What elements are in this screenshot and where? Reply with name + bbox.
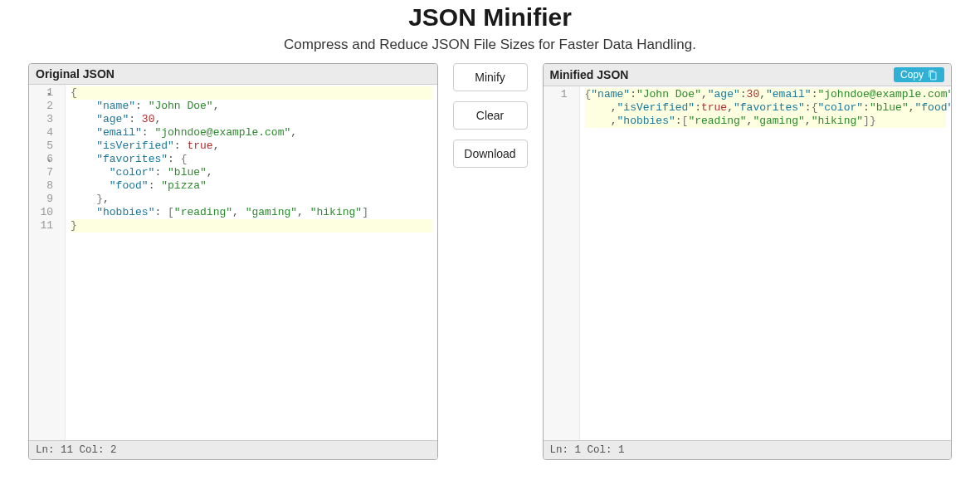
page-header: JSON Minifier Compress and Reduce JSON F… [0, 0, 980, 63]
copy-button[interactable]: Copy [894, 67, 944, 82]
minify-button[interactable]: Minify [453, 63, 528, 91]
minified-json-title: Minified JSON [550, 68, 629, 81]
copy-button-label: Copy [900, 69, 924, 81]
minified-json-gutter: 1 [544, 86, 580, 440]
original-json-title: Original JSON [36, 67, 115, 81]
original-json-panel: Original JSON 1▾23456▾7891011 { "name": … [28, 63, 438, 460]
page-subtitle: Compress and Reduce JSON File Sizes for … [0, 37, 980, 53]
download-button[interactable]: Download [453, 140, 528, 168]
minified-json-editor[interactable]: 1 {"name":"John Doe","age":30,"email":"j… [544, 86, 952, 440]
original-json-editor[interactable]: 1▾23456▾7891011 { "name": "John Doe", "a… [29, 85, 437, 440]
original-json-header: Original JSON [29, 64, 437, 85]
minified-json-status: Ln: 1 Col: 1 [544, 440, 952, 459]
minified-json-header: Minified JSON Copy [544, 64, 952, 86]
minified-json-panel: Minified JSON Copy 1 {"name":"John Doe",… [543, 63, 953, 460]
main-layout: Original JSON 1▾23456▾7891011 { "name": … [0, 63, 980, 460]
action-buttons: Minify Clear Download [453, 63, 528, 168]
clear-button[interactable]: Clear [453, 101, 528, 130]
original-json-gutter: 1▾23456▾7891011 [29, 85, 66, 440]
minified-json-code[interactable]: {"name":"John Doe","age":30,"email":"joh… [580, 86, 952, 440]
page-title: JSON Minifier [0, 3, 980, 32]
original-json-code[interactable]: { "name": "John Doe", "age": 30, "email"… [66, 85, 437, 440]
copy-icon [927, 70, 938, 81]
original-json-status: Ln: 11 Col: 2 [29, 440, 437, 459]
